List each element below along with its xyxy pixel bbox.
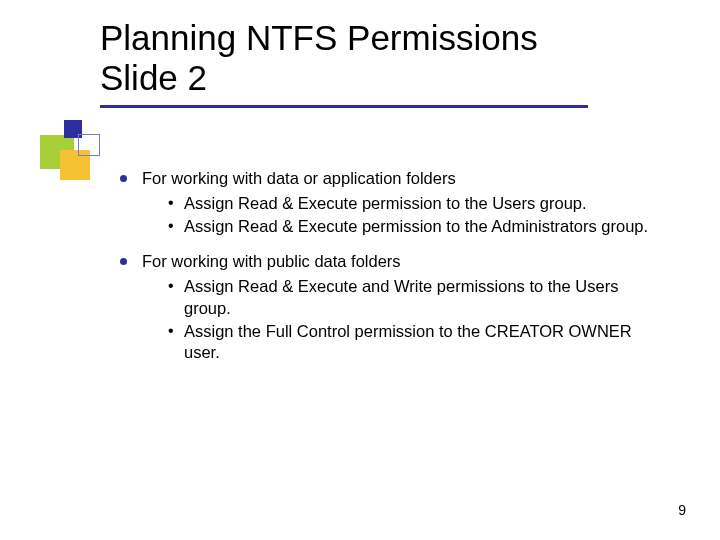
- slide-title: Planning NTFS Permissions Slide 2: [100, 18, 660, 99]
- deco-square-outline: [78, 134, 100, 156]
- sub-bullet-text: Assign Read & Execute permission to the …: [184, 194, 587, 212]
- bullet-1: For working with data or application fol…: [120, 168, 660, 237]
- sub-bullet: Assign Read & Execute permission to the …: [168, 216, 660, 237]
- bullet-1-text: For working with data or application fol…: [142, 169, 456, 187]
- title-underline: [100, 105, 588, 108]
- slide: Planning NTFS Permissions Slide 2 For wo…: [0, 0, 720, 540]
- decorative-squares: [40, 120, 130, 180]
- sub-bullet-text: Assign Read & Execute and Write permissi…: [184, 277, 618, 316]
- sub-bullet-text: Assign Read & Execute permission to the …: [184, 217, 648, 235]
- bullet-2: For working with public data folders Ass…: [120, 251, 660, 363]
- sub-bullet: Assign the Full Control permission to th…: [168, 321, 660, 363]
- sub-bullet: Assign Read & Execute and Write permissi…: [168, 276, 660, 318]
- bullet-dot-icon: [120, 258, 127, 265]
- title-line-1: Planning NTFS Permissions: [100, 18, 538, 57]
- sub-bullet-text: Assign the Full Control permission to th…: [184, 322, 632, 361]
- title-block: Planning NTFS Permissions Slide 2: [100, 18, 660, 108]
- body-content: For working with data or application fol…: [120, 168, 660, 377]
- page-number: 9: [678, 502, 686, 518]
- bullet-1-sublist: Assign Read & Execute permission to the …: [142, 193, 660, 237]
- bullet-2-text: For working with public data folders: [142, 252, 401, 270]
- bullet-2-sublist: Assign Read & Execute and Write permissi…: [142, 276, 660, 362]
- bullet-dot-icon: [120, 175, 127, 182]
- sub-bullet: Assign Read & Execute permission to the …: [168, 193, 660, 214]
- title-line-2: Slide 2: [100, 58, 207, 97]
